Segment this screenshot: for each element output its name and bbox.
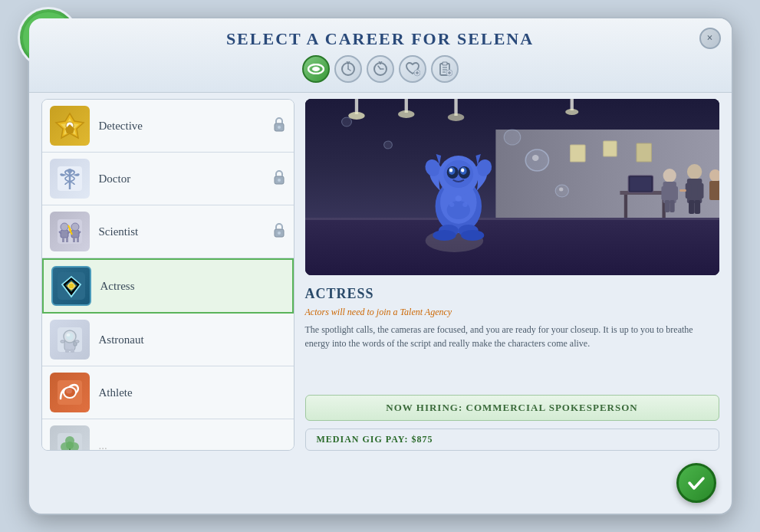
svg-point-10 bbox=[312, 67, 320, 71]
svg-rect-47 bbox=[62, 238, 64, 242]
filter-clock1[interactable] bbox=[334, 55, 362, 83]
svg-rect-116 bbox=[694, 200, 700, 214]
career-name-actress: Actress bbox=[100, 280, 285, 293]
svg-rect-115 bbox=[689, 200, 695, 214]
svg-rect-74 bbox=[71, 349, 74, 353]
svg-rect-92 bbox=[454, 99, 457, 116]
dialog-footer bbox=[29, 457, 732, 514]
svg-point-91 bbox=[397, 110, 414, 118]
hiring-banner: Now Hiring: Commercial Spokesperson bbox=[305, 395, 719, 421]
career-icon-detective bbox=[50, 106, 90, 146]
career-icon-partial bbox=[50, 425, 90, 450]
svg-point-138 bbox=[449, 202, 453, 207]
confirm-button[interactable] bbox=[676, 463, 716, 503]
svg-rect-108 bbox=[664, 200, 669, 212]
svg-rect-48 bbox=[66, 238, 68, 242]
career-item-doctor[interactable]: Doctor bbox=[42, 153, 294, 205]
svg-point-43 bbox=[278, 179, 281, 182]
svg-rect-103 bbox=[630, 177, 651, 191]
svg-point-77 bbox=[66, 389, 72, 394]
career-item-partial[interactable]: ... bbox=[42, 419, 294, 450]
career-lock-doctor bbox=[272, 169, 286, 188]
career-icon-doctor bbox=[50, 159, 90, 199]
svg-rect-109 bbox=[670, 200, 674, 212]
median-value: $875 bbox=[411, 434, 433, 445]
svg-rect-27 bbox=[443, 62, 447, 65]
career-item-scientist[interactable]: Scientist bbox=[42, 205, 294, 258]
career-name-doctor: Doctor bbox=[99, 172, 272, 186]
filter-clock2[interactable] bbox=[367, 55, 394, 83]
svg-rect-114 bbox=[697, 183, 703, 199]
dialog-header: Select a Career for Selena × bbox=[29, 18, 732, 93]
career-select-dialog: Select a Career for Selena × bbox=[28, 17, 733, 515]
career-detail-title: Actress bbox=[305, 286, 719, 302]
svg-line-13 bbox=[348, 69, 350, 71]
svg-point-38 bbox=[278, 126, 281, 129]
svg-point-58 bbox=[278, 232, 281, 235]
svg-point-141 bbox=[531, 155, 538, 161]
career-item-astronaut[interactable]: Astronaut bbox=[42, 314, 294, 366]
svg-rect-54 bbox=[77, 238, 79, 242]
svg-point-135 bbox=[449, 169, 452, 172]
svg-point-110 bbox=[686, 164, 701, 179]
career-item-detective[interactable]: Detective bbox=[42, 100, 294, 153]
svg-point-41 bbox=[67, 169, 72, 173]
svg-point-82 bbox=[66, 442, 74, 449]
svg-rect-112 bbox=[685, 183, 691, 199]
svg-point-144 bbox=[504, 130, 521, 145]
career-lock-detective bbox=[272, 117, 286, 135]
career-list-panel: Detective bbox=[41, 99, 294, 451]
career-item-actress[interactable]: Actress bbox=[42, 258, 294, 314]
svg-point-145 bbox=[341, 117, 351, 126]
svg-rect-96 bbox=[570, 145, 584, 162]
svg-point-95 bbox=[565, 109, 578, 115]
svg-rect-53 bbox=[73, 238, 75, 242]
filter-row bbox=[44, 49, 716, 86]
median-pay: Median Gig Pay: $875 bbox=[305, 429, 719, 451]
career-detail-panel: Actress Actors will need to join a Talen… bbox=[305, 99, 719, 451]
svg-point-52 bbox=[71, 223, 79, 231]
career-icon-athlete bbox=[50, 373, 90, 412]
svg-point-143 bbox=[559, 188, 563, 192]
svg-rect-118 bbox=[709, 181, 719, 200]
svg-rect-98 bbox=[637, 143, 651, 162]
filter-clipboard[interactable] bbox=[431, 55, 459, 83]
svg-point-146 bbox=[383, 141, 392, 149]
svg-rect-83 bbox=[69, 448, 71, 450]
career-info: Actress Actors will need to join a Talen… bbox=[305, 283, 719, 387]
svg-point-139 bbox=[462, 202, 467, 207]
career-list-scroll[interactable]: Detective bbox=[42, 100, 294, 450]
svg-rect-113 bbox=[679, 189, 686, 192]
svg-rect-94 bbox=[570, 99, 573, 110]
svg-point-124 bbox=[461, 230, 484, 241]
svg-rect-87 bbox=[305, 218, 719, 220]
svg-rect-97 bbox=[603, 141, 616, 156]
svg-point-69 bbox=[66, 333, 70, 337]
career-name-partial: ... bbox=[99, 439, 286, 451]
career-name-detective: Detective bbox=[99, 120, 272, 133]
career-image bbox=[305, 99, 719, 275]
career-icon-scientist bbox=[50, 212, 90, 251]
median-amount: 875 bbox=[416, 434, 433, 445]
svg-point-137 bbox=[455, 195, 462, 202]
career-name-astronaut: Astronaut bbox=[99, 333, 286, 346]
career-lock-scientist bbox=[272, 222, 286, 241]
median-label: Median Gig Pay: bbox=[317, 434, 409, 445]
career-item-athlete[interactable]: Athlete bbox=[42, 366, 294, 419]
career-description: The spotlight calls, the cameras are foc… bbox=[305, 323, 719, 350]
career-warning: Actors will need to join a Talent Agency bbox=[305, 307, 719, 318]
svg-point-93 bbox=[447, 113, 464, 121]
dialog-body: Detective bbox=[29, 93, 732, 457]
svg-rect-72 bbox=[75, 340, 79, 343]
svg-rect-106 bbox=[661, 186, 666, 200]
career-icon-actress bbox=[51, 266, 91, 306]
filter-heart[interactable] bbox=[399, 55, 426, 83]
svg-point-104 bbox=[663, 169, 676, 182]
svg-point-136 bbox=[461, 169, 464, 172]
filter-all[interactable] bbox=[302, 55, 330, 83]
svg-point-123 bbox=[433, 230, 456, 241]
svg-rect-100 bbox=[623, 195, 627, 218]
svg-point-46 bbox=[61, 223, 68, 231]
career-name-scientist: Scientist bbox=[99, 225, 272, 238]
close-button[interactable]: × bbox=[699, 28, 721, 49]
